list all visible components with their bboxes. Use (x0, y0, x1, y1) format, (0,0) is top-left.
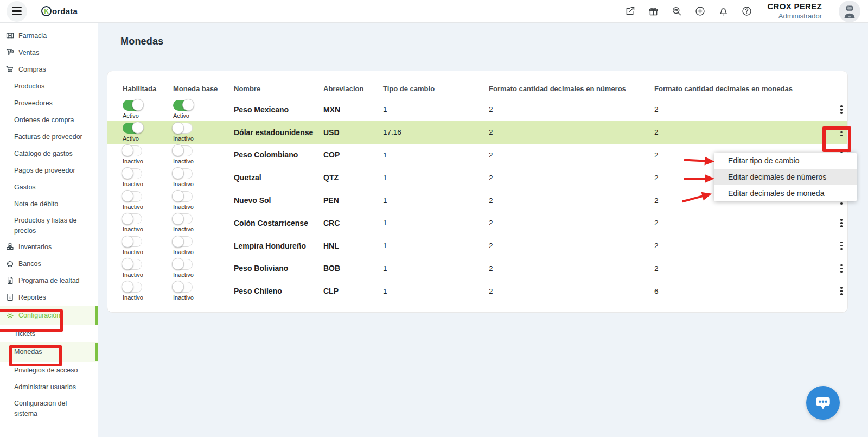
sidebar-item-monedas[interactable]: Monedas (0, 342, 98, 362)
pharmacy-icon (5, 31, 15, 41)
moneda-base-toggle[interactable] (173, 168, 193, 179)
sidebar-item-reportes[interactable]: Reportes (0, 289, 98, 306)
sidebar-item-proveedores[interactable]: Proveedores (0, 94, 98, 111)
moneda-base-toggle[interactable] (173, 100, 193, 111)
sidebar-item-ordenes-de-compra[interactable]: Ordenes de compra (0, 111, 98, 128)
sidebar-item-productos-y-listas-de-precios[interactable]: Productos y listas de precios (0, 212, 98, 238)
reports-icon (5, 293, 15, 302)
currency-row-clp: InactivoInactivoPeso ChilenoCLP126 (107, 280, 847, 302)
sidebar-item-inventarios[interactable]: Inventarios (0, 238, 98, 255)
habilitada-toggle[interactable] (123, 100, 142, 111)
moneda-base-toggle[interactable] (173, 213, 193, 224)
currency-row-bob: InactivoInactivoPeso BolivianoBOB122 (107, 257, 847, 280)
external-link-icon[interactable] (624, 5, 636, 17)
sidebar-item-programa-de-lealtad[interactable]: Programa de lealtad (0, 272, 98, 289)
help-icon[interactable] (741, 5, 752, 17)
moneda-base-toggle[interactable] (173, 282, 193, 293)
currency-abbreviation: QTZ (323, 173, 383, 182)
sidebar-item-configuraci-n[interactable]: Configuración (0, 306, 98, 325)
toggle-state-label: Inactivo (173, 249, 194, 255)
toggle-state-label: Activo (173, 112, 189, 119)
sidebar-item-privilegios-de-acceso[interactable]: Privilegios de acceso (0, 362, 98, 378)
sidebar-item-productos[interactable]: Productos (0, 78, 98, 94)
habilitada-toggle[interactable] (123, 259, 142, 270)
top-bar: K ordata CROX PEREZ Administrador (0, 0, 868, 23)
main-content: Monedas HabilitadaMoneda baseNombreAbrev… (98, 23, 868, 437)
exchange-rate: 17.16 (383, 128, 489, 136)
chat-fab-button[interactable] (806, 386, 840, 420)
row-context-menu: Editar tipo de cambioEditar decimales de… (714, 153, 857, 201)
chat-bubble-icon (813, 393, 833, 413)
sidebar-item-compras[interactable]: Compras (0, 61, 98, 78)
sidebar-item-label: Facturas de proveedor (14, 133, 82, 141)
loyalty-icon (5, 276, 15, 286)
kordata-logo[interactable]: K ordata (41, 6, 78, 16)
toggle-state-label: Inactivo (173, 271, 194, 278)
exchange-rate: 1 (383, 264, 489, 273)
sidebar-item-label: Productos y listas de precios (14, 216, 84, 237)
sidebar-item-tickets[interactable]: Tickets (0, 325, 98, 342)
sidebar-item-ventas[interactable]: Ventas (0, 44, 98, 61)
habilitada-toggle[interactable] (123, 145, 142, 156)
currency-name: Lempira Hondureño (234, 242, 323, 250)
add-circle-icon[interactable] (694, 5, 706, 17)
toggle-state-label: Inactivo (173, 158, 194, 164)
moneda-base-toggle[interactable] (173, 236, 193, 247)
user-menu[interactable]: CROX PEREZ Administrador (767, 2, 822, 21)
logo-k-icon: K (41, 6, 52, 16)
logo-text: ordata (52, 7, 78, 16)
moneda-base-toggle[interactable] (173, 191, 193, 202)
table-header-row: HabilitadaMoneda baseNombreAbreviacionTi… (107, 79, 847, 98)
context-menu-item-editar-tipo-de-cambio[interactable]: Editar tipo de cambio (714, 153, 857, 169)
sidebar-item-farmacia[interactable]: Farmacia (0, 27, 98, 44)
exchange-rate: 1 (383, 219, 489, 227)
moneda-base-toggle[interactable] (173, 145, 193, 156)
habilitada-toggle[interactable] (123, 213, 142, 224)
sidebar-item-facturas-de-proveedor[interactable]: Facturas de proveedor (0, 128, 98, 145)
currency-row-mxn: ActivoActivoPeso MexicanoMXN122 (107, 98, 847, 121)
avatar[interactable] (839, 1, 860, 22)
sidebar-item-label: Gastos (14, 183, 36, 191)
context-menu-item-editar-decimales-de-n-meros[interactable]: Editar decimales de números (714, 169, 857, 185)
sidebar-item-nota-de-d-bito[interactable]: Nota de débito (0, 195, 98, 212)
row-kebab-menu-button[interactable] (837, 286, 846, 296)
inventory-icon (5, 242, 15, 252)
sidebar-item-pagos-de-proveedor[interactable]: Pagos de proveedor (0, 162, 98, 179)
habilitada-toggle[interactable] (123, 123, 142, 134)
sidebar-item-cat-logo-de-gastos[interactable]: Catálogo de gastos (0, 145, 98, 162)
user-name: CROX PEREZ (767, 2, 822, 12)
habilitada-toggle[interactable] (123, 282, 142, 293)
row-kebab-menu-button[interactable] (837, 241, 846, 251)
sidebar-item-administrar-usuarios[interactable]: Administrar usuarios (0, 378, 98, 395)
sidebar-item-label: Configuración (18, 312, 60, 319)
row-kebab-menu-button[interactable] (837, 263, 846, 273)
bell-icon[interactable] (717, 5, 729, 17)
currency-abbreviation: COP (323, 150, 383, 159)
moneda-base-toggle[interactable] (173, 123, 193, 134)
currency-name: Dólar estadounidense (234, 128, 323, 137)
sidebar-item-configuraci-n-del-sistema[interactable]: Configuración del sistema (0, 395, 98, 421)
currency-row-crc: InactivoInactivoColón CostarricenseCRC12… (107, 212, 847, 235)
toggle-state-label: Activo (123, 112, 139, 119)
context-menu-item-editar-decimales-de-moneda[interactable]: Editar decimales de moneda (714, 185, 857, 201)
bank-icon (5, 259, 15, 269)
row-kebab-menu-button[interactable] (837, 105, 846, 115)
robot-avatar-icon (841, 3, 858, 20)
currency-abbreviation: CLP (323, 287, 383, 295)
row-kebab-menu-button[interactable] (837, 218, 846, 228)
gift-icon[interactable] (647, 5, 659, 17)
toggle-state-label: Inactivo (123, 271, 143, 278)
purchases-icon (5, 65, 15, 74)
sidebar-item-gastos[interactable]: Gastos (0, 179, 98, 195)
search-plus-icon[interactable] (671, 5, 682, 17)
habilitada-toggle[interactable] (123, 168, 142, 179)
toggle-state-label: Inactivo (173, 226, 194, 232)
habilitada-toggle[interactable] (123, 191, 142, 202)
row-kebab-menu-button[interactable] (837, 128, 846, 137)
user-role: Administrador (767, 12, 822, 21)
sidebar-item-label: Ventas (18, 49, 39, 56)
moneda-base-toggle[interactable] (173, 259, 193, 270)
hamburger-menu-button[interactable] (7, 1, 27, 22)
sidebar-item-bancos[interactable]: Bancos (0, 255, 98, 272)
habilitada-toggle[interactable] (123, 236, 142, 247)
